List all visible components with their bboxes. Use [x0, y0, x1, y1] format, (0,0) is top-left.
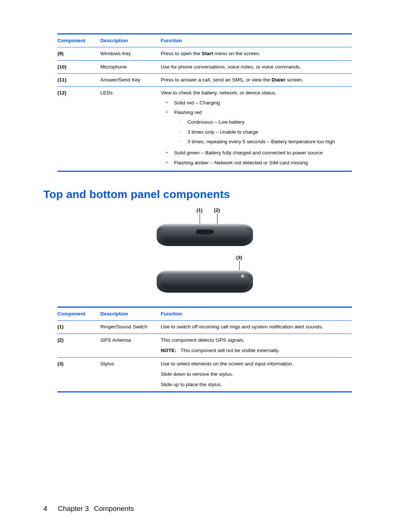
table-row: (11) Answer/Send Key Press to answer a c… [57, 74, 352, 87]
header-function: Function [161, 34, 352, 47]
list-item: Solid green – Battery fully charged and … [161, 148, 349, 158]
page-number: 4 [43, 505, 56, 513]
component-number: (11) [57, 74, 100, 87]
section-heading: Top and bottom panel components [43, 188, 354, 201]
header-component: Component [57, 307, 100, 321]
text: Press to open the [161, 51, 201, 56]
list-item: Flashing red Continuous – Low battery 3 … [161, 108, 349, 148]
header-description: Description [100, 307, 161, 321]
callout-3: (3) [236, 255, 243, 260]
callout-label: (3) [236, 255, 243, 260]
callout-label: (1) [197, 207, 203, 213]
component-number: (3) [57, 357, 100, 392]
chapter-title: Components [94, 505, 134, 512]
text: Flashing red [174, 110, 202, 115]
table-header-row: Component Description Function [57, 307, 352, 321]
table-row: (9) Windows Key Press to open the Start … [57, 47, 352, 60]
component-description: Ringer/Sound Switch [100, 321, 161, 334]
table-row: (12) LEDs View to check the battery, net… [57, 87, 352, 171]
component-number: (1) [57, 321, 100, 334]
callout-label: (2) [214, 207, 220, 213]
text: Press to answer a call, send an SMS, or … [161, 77, 271, 83]
component-number: (2) [57, 334, 100, 357]
component-function: Use for phone conversations, voice notes… [161, 60, 352, 73]
component-number: (9) [57, 47, 100, 60]
bold-text: Dialer [271, 77, 286, 83]
component-description: Answer/Send Key [100, 74, 161, 87]
component-function: Use to switch off incoming call rings an… [161, 321, 352, 334]
text: View to check the battery, network, or d… [161, 90, 276, 96]
device-diagram: (1) (2) (3) [57, 207, 352, 300]
component-description: Microphone [100, 60, 161, 73]
text: menu on the screen. [213, 51, 260, 56]
list-item: Flashing amber – Network not detected or… [161, 158, 349, 168]
component-function: This component detects GPS signals. NOTE… [161, 334, 352, 357]
bold-text: Start [201, 51, 213, 56]
callout-1: (1) [197, 207, 203, 213]
components-table-2: Component Description Function (1) Ringe… [57, 307, 352, 392]
list-item: 3 times only – Unable to charge [174, 127, 349, 137]
component-description: Stylus [100, 357, 161, 392]
document-page: Component Description Function (9) Windo… [0, 0, 400, 532]
text: Slide down to remove the stylus. [161, 371, 349, 378]
device-top-panel [157, 224, 253, 246]
component-description: GPS Antenna [100, 334, 161, 357]
header-component: Component [57, 34, 100, 47]
text: Use to select elements on the screen and… [161, 361, 293, 367]
table-header-row: Component Description Function [57, 34, 352, 47]
component-description: Windows Key [100, 47, 161, 60]
header-function: Function [161, 307, 352, 321]
component-number: (12) [57, 87, 100, 171]
chapter-label: Chapter 3 [58, 505, 89, 512]
component-function: View to check the battery, network, or d… [161, 87, 352, 171]
text: screen. [286, 77, 303, 83]
page-footer: 4 Chapter 3Components [43, 505, 354, 513]
table-row: (10) Microphone Use for phone conversati… [57, 60, 352, 73]
list-item: Continuous – Low battery [174, 117, 349, 127]
bullet-list: Solid red – Charging Flashing red Contin… [161, 98, 349, 168]
list-item: 3 times, repeating every 5 seconds – Bat… [174, 137, 349, 147]
callout-2: (2) [214, 207, 220, 213]
header-description: Description [100, 34, 161, 47]
text: This component detects GPS signals. [161, 337, 245, 343]
table-row: (2) GPS Antenna This component detects G… [57, 334, 352, 357]
note-text: This component will not be visible exter… [180, 348, 279, 353]
components-table-1: Component Description Function (9) Windo… [57, 33, 352, 172]
device-bottom-panel [157, 270, 253, 292]
component-number: (10) [57, 60, 100, 73]
sub-bullet-list: Continuous – Low battery 3 times only – … [174, 117, 349, 147]
text: Slide up to place the stylus. [161, 381, 349, 388]
component-function: Use to select elements on the screen and… [161, 357, 352, 392]
note-label: NOTE: [161, 348, 176, 353]
table-row: (3) Stylus Use to select elements on the… [57, 357, 352, 392]
table-row: (1) Ringer/Sound Switch Use to switch of… [57, 321, 352, 334]
component-function: Press to answer a call, send an SMS, or … [161, 74, 352, 87]
list-item: Solid red – Charging [161, 98, 349, 108]
component-description: LEDs [100, 87, 161, 171]
component-function: Press to open the Start menu on the scre… [161, 47, 352, 60]
